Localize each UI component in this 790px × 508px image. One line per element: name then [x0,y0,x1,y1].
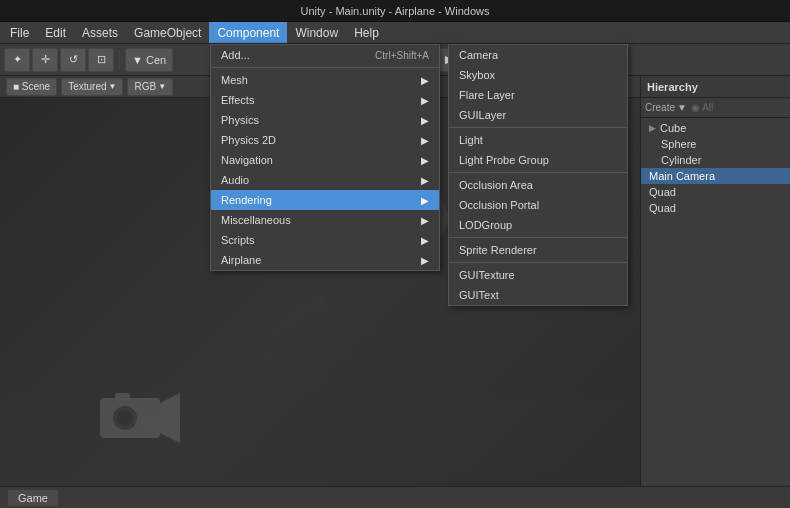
toolbar-scale-btn[interactable]: ⊡ [88,48,114,72]
hier-item-maincamera[interactable]: Main Camera [641,168,790,184]
hier-arrow-cube: ▶ [649,123,656,133]
mesh-arrow: ▶ [421,75,429,86]
toolbar-move-btn[interactable]: ✛ [32,48,58,72]
hier-label-cylinder: Cylinder [661,154,701,166]
sep1 [211,67,439,68]
effects-arrow: ▶ [421,95,429,106]
menu-edit[interactable]: Edit [37,22,74,43]
guitext-label: GUIText [459,289,499,301]
airplane-arrow: ▶ [421,255,429,266]
render-skybox[interactable]: Skybox [449,65,627,85]
svg-rect-25 [115,393,130,401]
toolbar-rotate-btn[interactable]: ↺ [60,48,86,72]
menu-rendering[interactable]: Rendering ▶ [211,190,439,210]
textured-label: Textured [68,81,106,92]
hierarchy-toolbar: Create ▼ ◉ All [641,98,790,118]
flare-layer-label: Flare Layer [459,89,515,101]
physics-arrow: ▶ [421,115,429,126]
component-menu: Add... Ctrl+Shift+A Mesh ▶ Effects ▶ Phy… [210,44,440,271]
hier-item-quad1[interactable]: Quad [641,184,790,200]
hier-label-sphere: Sphere [661,138,696,150]
mesh-label: Mesh [221,74,248,86]
hier-item-sphere[interactable]: Sphere [641,136,790,152]
occlusion-area-label: Occlusion Area [459,179,533,191]
render-occlusion-portal[interactable]: Occlusion Portal [449,195,627,215]
hier-label-maincamera: Main Camera [649,170,715,182]
menu-miscellaneous[interactable]: Miscellaneous ▶ [211,210,439,230]
hierarchy-create-btn[interactable]: Create ▼ [645,102,687,113]
physics2d-label: Physics 2D [221,134,276,146]
menu-navigation[interactable]: Navigation ▶ [211,150,439,170]
sprite-renderer-label: Sprite Renderer [459,244,537,256]
add-label: Add... [221,49,250,61]
scene-tab[interactable]: ■ Scene [6,78,57,96]
menu-audio[interactable]: Audio ▶ [211,170,439,190]
rgb-btn[interactable]: RGB ▼ [127,78,173,96]
title-text: Unity - Main.unity - Airplane - Windows [301,5,490,17]
toolbar-transform-btn[interactable]: ✦ [4,48,30,72]
rgb-arrow: ▼ [158,82,166,91]
render-light-probe[interactable]: Light Probe Group [449,150,627,170]
skybox-label: Skybox [459,69,495,81]
toolbar-cam-btn[interactable]: ▼ Cen [125,48,173,72]
create-label: Create [645,102,675,113]
render-sep2 [449,172,627,173]
render-camera[interactable]: Camera [449,45,627,65]
hier-item-cube[interactable]: ▶ Cube [641,120,790,136]
render-occlusion-area[interactable]: Occlusion Area [449,175,627,195]
lodgroup-label: LODGroup [459,219,512,231]
rendering-arrow: ▶ [421,195,429,206]
menu-file[interactable]: File [2,22,37,43]
audio-label: Audio [221,174,249,186]
svg-point-24 [117,410,133,426]
menu-airplane[interactable]: Airplane ▶ [211,250,439,270]
render-sep4 [449,262,627,263]
render-sep1 [449,127,627,128]
menu-physics2d[interactable]: Physics 2D ▶ [211,130,439,150]
hier-item-cylinder[interactable]: Cylinder [641,152,790,168]
menu-bar: File Edit Assets GameObject Component Wi… [0,22,790,44]
menu-scripts[interactable]: Scripts ▶ [211,230,439,250]
hier-label-cube: Cube [660,122,686,134]
menu-gameobject[interactable]: GameObject [126,22,209,43]
light-label: Light [459,134,483,146]
navigation-arrow: ▶ [421,155,429,166]
scene-tab-label: ■ Scene [13,81,50,92]
physics-label: Physics [221,114,259,126]
render-sprite-renderer[interactable]: Sprite Renderer [449,240,627,260]
rgb-label: RGB [134,81,156,92]
bottom-bar: Game [0,486,790,508]
occlusion-portal-label: Occlusion Portal [459,199,539,211]
physics2d-arrow: ▶ [421,135,429,146]
menu-mesh[interactable]: Mesh ▶ [211,70,439,90]
scripts-label: Scripts [221,234,255,246]
textured-btn[interactable]: Textured ▼ [61,78,123,96]
menu-add[interactable]: Add... Ctrl+Shift+A [211,45,439,65]
render-flare-layer[interactable]: Flare Layer [449,85,627,105]
cam-label: ▼ Cen [132,54,166,66]
menu-assets[interactable]: Assets [74,22,126,43]
rendering-items-menu: Camera Skybox Flare Layer GUILayer Light… [448,44,628,306]
render-guitext[interactable]: GUIText [449,285,627,305]
title-bar: Unity - Main.unity - Airplane - Windows [0,0,790,22]
guitexture-label: GUITexture [459,269,515,281]
rendering-label: Rendering [221,194,272,206]
menu-component[interactable]: Component [209,22,287,43]
guilayer-label: GUILayer [459,109,506,121]
render-lodgroup[interactable]: LODGroup [449,215,627,235]
hierarchy-title: Hierarchy [647,81,698,93]
light-probe-label: Light Probe Group [459,154,549,166]
menu-effects[interactable]: Effects ▶ [211,90,439,110]
game-tab[interactable]: Game [8,490,58,506]
menu-physics[interactable]: Physics ▶ [211,110,439,130]
render-guilayer[interactable]: GUILayer [449,105,627,125]
svg-rect-20 [0,398,640,478]
render-sep3 [449,237,627,238]
render-light[interactable]: Light [449,130,627,150]
render-guitexture[interactable]: GUITexture [449,265,627,285]
menu-help[interactable]: Help [346,22,387,43]
create-arrow: ▼ [677,102,687,113]
hier-item-quad2[interactable]: Quad [641,200,790,216]
effects-label: Effects [221,94,254,106]
menu-window[interactable]: Window [287,22,346,43]
